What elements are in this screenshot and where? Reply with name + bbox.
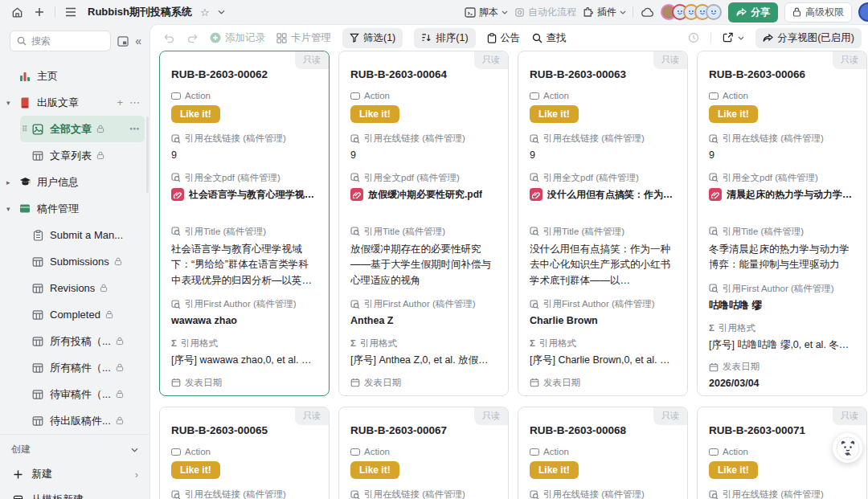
record-card[interactable]: 只读 RUB-B-2603-00064 Action Like it! 引用在线… bbox=[338, 51, 509, 396]
record-card[interactable]: 只读 RUB-B-2603-00067 Action Like it! 引用在线… bbox=[338, 407, 509, 499]
cap-icon bbox=[18, 176, 31, 189]
menu-icon[interactable] bbox=[63, 5, 78, 19]
sidebar-item-10[interactable]: 所有投稿（... bbox=[20, 328, 145, 354]
chevron-down-icon[interactable] bbox=[218, 10, 225, 14]
sidebar-item-8[interactable]: Revisions bbox=[20, 275, 145, 301]
sidebar-item-9[interactable]: Completed bbox=[20, 301, 145, 328]
sidebar-item-0[interactable]: 主页 bbox=[0, 63, 145, 89]
add-icon[interactable]: + bbox=[117, 96, 123, 108]
expander-icon[interactable]: ▸ bbox=[6, 178, 18, 186]
lookup-field-icon bbox=[350, 300, 360, 309]
assistant-mascot-button[interactable] bbox=[833, 433, 862, 463]
sidebar-item-13[interactable]: 待出版稿件... bbox=[20, 407, 145, 434]
plus-icon bbox=[11, 469, 24, 480]
redo-icon[interactable] bbox=[186, 33, 199, 43]
like-button[interactable]: Like it! bbox=[709, 461, 758, 479]
field-value: 9 bbox=[709, 149, 855, 162]
book-red-icon bbox=[18, 96, 31, 109]
collapse-sidebar-icon[interactable]: « bbox=[135, 35, 141, 47]
field-label: 引用在线链接 (稿件管理) bbox=[723, 133, 824, 145]
sidebar-item-label: Submit a Man... bbox=[50, 229, 123, 241]
collaborator-avatar[interactable] bbox=[706, 4, 722, 20]
field-action: Action Like it! bbox=[171, 447, 317, 479]
sidebar-scrollbar[interactable] bbox=[146, 117, 149, 193]
field-cite-title: 引用Title (稿件管理) 社会语言学与教育心理学视域下：“男给给”群体在语言… bbox=[171, 226, 317, 288]
like-button[interactable]: Like it! bbox=[171, 461, 220, 479]
sidebar-item-11[interactable]: 所有稿件（... bbox=[20, 354, 145, 381]
export-button[interactable] bbox=[723, 32, 744, 43]
sidebar-item-6[interactable]: Submit a Man... bbox=[20, 222, 145, 248]
create-item-1[interactable]: 从模板新建 bbox=[6, 487, 143, 499]
sidebar-item-3[interactable]: 文章列表 bbox=[20, 142, 145, 169]
expander-icon[interactable]: ▾ bbox=[6, 205, 18, 213]
sidebar-item-1[interactable]: ▾出版文章+⋯ bbox=[0, 89, 145, 116]
share-arrow-icon bbox=[763, 34, 773, 43]
field-label: 引用在线链接 (稿件管理) bbox=[185, 489, 286, 499]
filter-button[interactable]: 筛选(1) bbox=[342, 28, 403, 48]
sidebar-item-4[interactable]: ▸用户信息 bbox=[0, 169, 145, 195]
find-button[interactable]: 查找 bbox=[532, 31, 567, 45]
sidebar-item-label: 出版文章 bbox=[37, 96, 79, 110]
sidebar-item-7[interactable]: Submissions bbox=[20, 248, 145, 275]
lookup-field-icon bbox=[350, 134, 360, 144]
share-view-button[interactable]: 分享视图(已启用) bbox=[755, 28, 862, 48]
sidebar-item-5[interactable]: ▾稿件管理 bbox=[0, 195, 145, 222]
sidebar-item-2[interactable]: 全部文章⋯⠿ bbox=[20, 116, 145, 142]
field-label: Action bbox=[185, 91, 211, 100]
create-item-0[interactable]: 新建› bbox=[6, 461, 143, 487]
favorite-star-icon[interactable]: ☆ bbox=[200, 6, 210, 18]
pdf-attachment[interactable]: 放假缓冲期必要性研究.pdf bbox=[350, 188, 497, 202]
pdf-attachment[interactable]: 没什么用但有点搞笑：作为一种去中... bbox=[530, 188, 676, 202]
user-avatar[interactable] bbox=[858, 2, 868, 22]
like-button[interactable]: Like it! bbox=[709, 105, 758, 123]
search-input[interactable]: 搜索 bbox=[10, 31, 111, 51]
field-label: 引用在线链接 (稿件管理) bbox=[364, 489, 465, 499]
collaborator-avatars[interactable] bbox=[661, 4, 722, 20]
sidebar-item-label: 全部文章 bbox=[50, 122, 92, 137]
share-button[interactable]: 分享 bbox=[728, 2, 778, 22]
sidebar-item-12[interactable]: 待审稿件（... bbox=[20, 381, 145, 407]
field-cite-title: 引用Title (稿件管理) 没什么用但有点搞笑：作为一种去中心化知识生产形式的… bbox=[530, 226, 676, 288]
record-card[interactable]: 只读 RUB-B-2603-00066 Action Like it! 引用在线… bbox=[697, 51, 867, 396]
field-cite-title: 引用Title (稿件管理) 冬季清晨起床的热力学与动力学博弈：能量抑制与生理驱… bbox=[709, 226, 855, 273]
record-card[interactable]: 只读 RUB-B-2603-00068 Action Like it! 引用在线… bbox=[518, 407, 688, 499]
search-placeholder: 搜索 bbox=[31, 35, 51, 48]
expander-icon[interactable]: ▾ bbox=[6, 99, 18, 107]
topbar: Rubbish期刊投稿系统 ☆ 脚本 自动化流程 插件 分享 bbox=[0, 0, 868, 24]
pdf-attachment[interactable]: 社会语言学与教育心理学视域下：“... bbox=[171, 188, 317, 202]
field-value: [序号] wawawa zhao,0, et al. 社会语... bbox=[171, 354, 317, 367]
like-button[interactable]: Like it! bbox=[350, 461, 399, 479]
like-button[interactable]: Like it! bbox=[530, 461, 579, 479]
field-publish-date: 发表日期 2026/03/04 bbox=[709, 361, 855, 391]
field-label: Action bbox=[723, 447, 748, 456]
pdf-attachment[interactable]: 清晨起床的热力学与动力学研究.pdf bbox=[709, 188, 855, 202]
field-label: 引用格式 bbox=[719, 322, 755, 334]
home-icon[interactable] bbox=[10, 5, 24, 19]
drag-handle-icon[interactable]: ⠿ bbox=[22, 125, 27, 133]
chevron-down-icon bbox=[738, 36, 744, 40]
like-button[interactable]: Like it! bbox=[350, 105, 399, 123]
advanced-permissions-button[interactable]: 高级权限 bbox=[784, 2, 852, 22]
undo-icon[interactable] bbox=[163, 33, 175, 43]
panel-toggle-icon[interactable] bbox=[117, 36, 129, 47]
record-id: RUB-B-2603-00071 bbox=[709, 424, 855, 436]
view-toolbar: 添加记录 卡片管理 筛选(1) 排序(1) 公告 查找 bbox=[150, 25, 868, 51]
record-card[interactable]: 只读 RUB-B-2603-00065 Action Like it! 引用在线… bbox=[159, 407, 330, 499]
readonly-badge: 只读 bbox=[474, 407, 508, 425]
announcement-button[interactable]: 公告 bbox=[487, 31, 521, 45]
cloud-sync-icon[interactable] bbox=[640, 5, 654, 19]
like-button[interactable]: Like it! bbox=[171, 105, 220, 123]
new-tab-icon[interactable] bbox=[32, 5, 47, 19]
script-button[interactable]: 脚本 bbox=[465, 6, 508, 19]
field-label: 引用在线链接 (稿件管理) bbox=[185, 133, 286, 145]
more-icon[interactable]: ⋯ bbox=[129, 123, 140, 135]
record-card[interactable]: 只读 RUB-B-2603-00063 Action Like it! 引用在线… bbox=[518, 51, 688, 396]
collapse-create-icon[interactable] bbox=[131, 448, 138, 452]
plugins-button[interactable]: 插件 bbox=[583, 6, 626, 19]
like-button[interactable]: Like it! bbox=[530, 105, 579, 123]
field-label: 引用First Author (稿件管理) bbox=[543, 298, 655, 310]
sort-button[interactable]: 排序(1) bbox=[414, 28, 475, 48]
more-icon[interactable]: ⋯ bbox=[129, 96, 140, 108]
record-card[interactable]: 只读 RUB-B-2603-00062 Action Like it! 引用在线… bbox=[159, 51, 330, 396]
field-label: 引用Title (稿件管理) bbox=[185, 226, 266, 238]
